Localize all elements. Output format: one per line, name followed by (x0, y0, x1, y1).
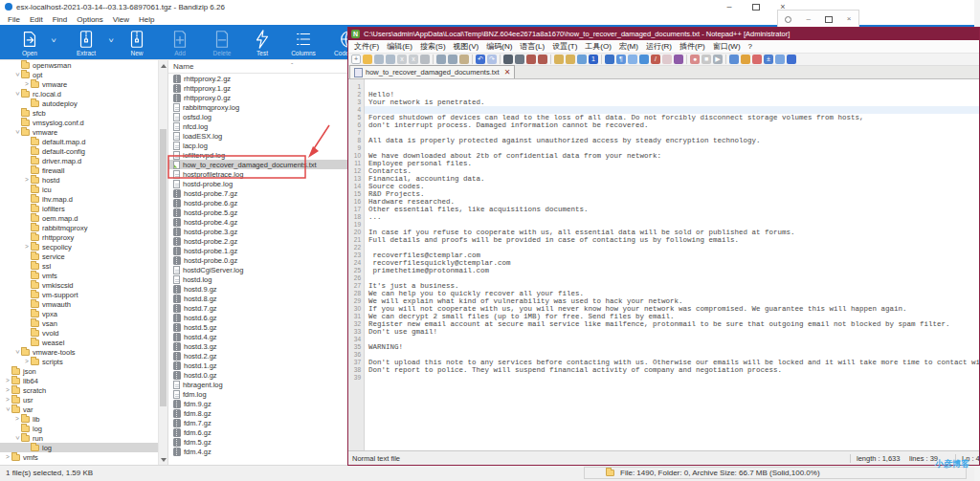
editor-line-4[interactable] (365, 106, 979, 114)
editor-line-35[interactable]: WARNING! (365, 343, 979, 351)
tree-item-lib64[interactable]: >lib64 (0, 376, 167, 385)
indent-guide-icon[interactable] (628, 55, 637, 64)
tree-item-vm-support[interactable]: vm-support (0, 290, 167, 299)
undo-icon[interactable]: ↶ (476, 55, 485, 64)
tree-item-run[interactable]: >run (0, 433, 167, 443)
minimize-icon[interactable]: – (806, 15, 810, 23)
tree-item-service[interactable]: service (0, 251, 167, 261)
faded-tool-icon[interactable] (662, 55, 672, 64)
editor-line-5[interactable]: Forced shutdown of devices can lead to t… (365, 114, 979, 121)
tree-item-vmsyslog.conf.d[interactable]: vmsyslog.conf.d (0, 118, 167, 127)
expander-open-icon[interactable]: > (13, 71, 21, 78)
tree-item-default.map.d[interactable]: default.map.d (0, 137, 167, 146)
tree-item-var[interactable]: >var (0, 404, 167, 414)
editor-line-13[interactable]: Financial, accounting data. (365, 175, 979, 183)
new-button[interactable]: New (115, 25, 159, 59)
expander-closed-icon[interactable]: > (23, 80, 31, 88)
tree-item-hostd[interactable]: >hostd (0, 175, 167, 185)
tree-item-vmware[interactable]: >vmware (0, 127, 167, 137)
expander-closed-icon[interactable]: > (4, 453, 11, 461)
editor-line-17[interactable]: Other essential files, like acquisitions… (365, 206, 979, 213)
tree-item-icu[interactable]: icu (0, 185, 167, 194)
editor-line-16[interactable]: Hardware researched. (365, 198, 979, 206)
editor-line-38[interactable]: Don't report to police. They will suspen… (365, 366, 979, 374)
tree-item-openwsman[interactable]: openwsman (0, 60, 167, 70)
editor-line-14[interactable]: Source codes. (365, 183, 979, 190)
expander-closed-icon[interactable]: > (4, 396, 11, 404)
macro-stop-icon[interactable]: ■ (702, 55, 711, 64)
find-prev-icon[interactable] (526, 55, 536, 64)
word-wrap-icon[interactable] (605, 55, 614, 64)
scroll-down-icon[interactable] (161, 458, 167, 462)
doc-map-icon[interactable] (639, 55, 649, 64)
editor-line-18[interactable]: ... (365, 213, 979, 221)
open-folder-icon[interactable] (363, 55, 372, 64)
editor-line-39[interactable] (365, 374, 979, 382)
show-all-chars-icon[interactable]: ¶ (616, 55, 626, 64)
paste-icon[interactable] (459, 55, 469, 64)
open-button[interactable]: Open˅ (2, 25, 57, 59)
notepad-menu-item-3[interactable]: 视图(V) (450, 41, 483, 52)
editor-text[interactable]: Hello!Your network is penetrated. Forced… (365, 79, 979, 451)
new-file-icon[interactable]: + (351, 55, 361, 64)
editor-line-3[interactable]: Your network is penetrated. (365, 98, 979, 106)
tree-item-vsan[interactable]: vsan (0, 318, 167, 328)
tree-item-json[interactable]: json (0, 366, 167, 376)
tree-item-vmware-tools[interactable]: >vmware-tools (0, 347, 167, 357)
notepad-menu-item-9[interactable]: 运行(R) (642, 41, 676, 52)
zoom-in-icon[interactable] (554, 55, 564, 64)
columns-button[interactable]: Columns (281, 25, 325, 59)
tree-item-vvold[interactable]: vvold (0, 328, 167, 338)
pin-icon[interactable] (785, 16, 791, 23)
plugin-d-icon[interactable]: ± (764, 55, 773, 64)
tree-item-ssl[interactable]: ssl (0, 261, 167, 271)
editor-line-29[interactable]: We will explain what kind of vulnerabili… (365, 297, 979, 305)
notepad-menu-item-8[interactable]: 宏(M) (615, 41, 642, 52)
find-icon[interactable] (503, 55, 513, 64)
tree-item-vmware[interactable]: >vmware (0, 79, 167, 89)
notepad-menu-item-0[interactable]: 文件(F) (350, 41, 383, 52)
tab-close-icon[interactable]: ✕ (504, 69, 511, 77)
tree-item-vmkiscsid[interactable]: vmkiscsid (0, 280, 167, 290)
redo-icon[interactable]: ↷ (487, 55, 497, 64)
close-all-icon[interactable]: x (409, 55, 418, 64)
tree-item-driver.map.d[interactable]: driver.map.d (0, 156, 167, 165)
scroll-up-icon[interactable] (161, 64, 167, 68)
editor-line-26[interactable] (365, 274, 979, 282)
zoom-out-icon[interactable] (566, 55, 575, 64)
notepad-menu-item-12[interactable]: ? (745, 42, 756, 51)
tree-item-log[interactable]: log (0, 424, 167, 433)
bandizip-menu-view[interactable]: View (108, 15, 134, 24)
tree-item-log[interactable]: log (0, 443, 167, 452)
tree-item-sfcb[interactable]: sfcb (0, 108, 167, 118)
tree-item-default-config[interactable]: default-config (0, 146, 167, 156)
cut-icon[interactable] (436, 55, 446, 64)
find-next-icon[interactable] (538, 55, 547, 64)
copy-icon[interactable] (448, 55, 457, 64)
bandizip-menu-edit[interactable]: Edit (25, 15, 48, 24)
bandizip-menu-help[interactable]: Help (134, 15, 159, 24)
editor-line-12[interactable]: Contarcts. (365, 167, 979, 175)
editor-line-24[interactable]: recoverfilesquickly@ctemplar.com (365, 259, 979, 267)
bandizip-menu-find[interactable]: Find (48, 15, 73, 24)
notepad-menu-item-1[interactable]: 编辑(E) (383, 41, 416, 52)
tree-scrollbar[interactable] (158, 60, 167, 466)
minimize-button[interactable]: – (716, 0, 743, 13)
expander-closed-icon[interactable]: > (4, 377, 11, 384)
expander-closed-icon[interactable]: > (23, 176, 31, 184)
close-icon[interactable]: x (397, 55, 407, 64)
editor-line-31[interactable]: We can decrypt 2 small files (up to 1MB)… (365, 313, 979, 320)
editor-area[interactable]: 1234567891011121314151617181920212223242… (348, 79, 979, 451)
find-in-files-icon[interactable] (515, 55, 524, 64)
editor-line-15[interactable]: R&D Projects. (365, 190, 979, 198)
editor-line-30[interactable]: If you will not cooperate with us, you w… (365, 305, 979, 313)
plugin-e-icon[interactable] (775, 55, 785, 64)
tree-item-ihv.map.d[interactable]: ihv.map.d (0, 194, 167, 204)
plugin-b-icon[interactable] (741, 55, 750, 64)
expander-closed-icon[interactable]: > (4, 386, 11, 394)
editor-line-37[interactable]: Don't upload this note to any services b… (365, 359, 979, 366)
tree-item-iofilters[interactable]: iofilters (0, 204, 167, 213)
tree-item-rc.local.d[interactable]: >rc.local.d (0, 89, 167, 98)
maximize-button[interactable] (743, 0, 769, 13)
expander-closed-icon[interactable]: > (23, 358, 31, 365)
